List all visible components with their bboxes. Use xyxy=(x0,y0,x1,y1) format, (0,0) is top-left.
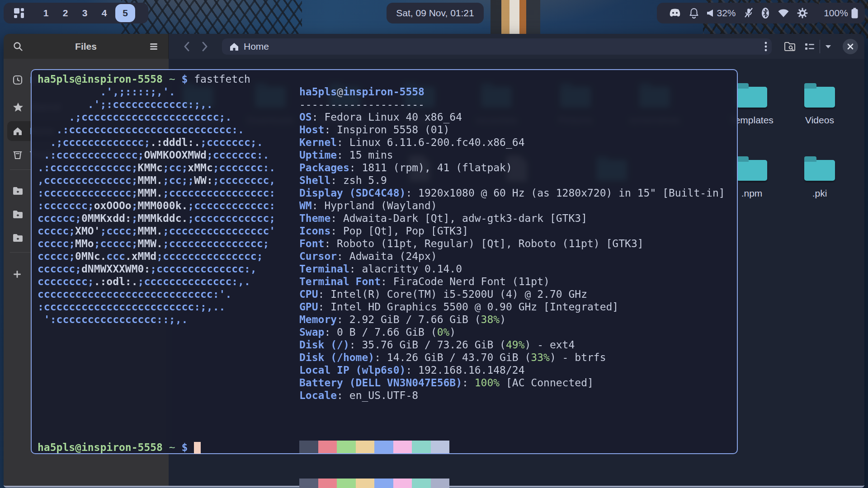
plus-icon xyxy=(13,270,22,279)
palette-swatch xyxy=(337,479,356,488)
hamburger-icon xyxy=(149,42,158,51)
workspaces-pill: 1 2 3 4 5 xyxy=(4,3,148,23)
launch-tower-silhouette xyxy=(121,0,302,38)
folder-icon xyxy=(13,210,23,219)
rocket-silhouette xyxy=(491,0,540,35)
close-window-button[interactable] xyxy=(843,39,858,54)
clock-icon xyxy=(13,75,23,85)
bluetooth-icon[interactable] xyxy=(761,7,769,19)
palette-swatch xyxy=(337,441,356,453)
forward-button[interactable] xyxy=(196,38,214,55)
back-button[interactable] xyxy=(178,38,196,55)
palette-swatch xyxy=(431,441,450,453)
folder-icon xyxy=(13,187,23,195)
palette-swatch xyxy=(412,441,431,453)
search-icon xyxy=(13,42,23,52)
file-item[interactable]: .pki xyxy=(786,155,854,199)
list-view-icon xyxy=(804,42,815,51)
palette-swatch xyxy=(374,441,393,453)
system-tray: 32% xyxy=(657,3,821,23)
workspace-4[interactable]: 4 xyxy=(94,8,114,19)
close-icon xyxy=(847,43,854,50)
app-title: Files xyxy=(26,41,146,52)
search-button[interactable] xyxy=(10,38,26,55)
folder-icon xyxy=(804,160,835,181)
volume-icon[interactable] xyxy=(707,9,714,17)
terminal-prompt-line: ha5pls@inspiron-5558 ~ $ fastfetch xyxy=(38,73,250,85)
button-separator xyxy=(820,40,820,53)
wifi-icon[interactable] xyxy=(778,8,789,18)
palette-swatch xyxy=(356,441,375,453)
palette-swatch xyxy=(374,479,393,488)
terminal-cursor xyxy=(194,442,201,454)
settings-gear-icon[interactable] xyxy=(797,8,808,19)
breadcrumb[interactable]: Home xyxy=(222,38,772,55)
palette-row-normal xyxy=(299,441,449,453)
hamburger-menu-button[interactable] xyxy=(146,38,162,55)
palette-swatch xyxy=(412,479,431,488)
palette-swatch xyxy=(299,479,318,488)
folder-icon xyxy=(736,160,767,181)
main-header: Home xyxy=(169,34,864,59)
kebab-menu-icon[interactable] xyxy=(764,41,767,52)
file-label: Videos xyxy=(805,115,834,126)
clock[interactable]: Sat, 09 Nov, 01:21 xyxy=(387,3,484,23)
palette-swatch xyxy=(299,441,318,453)
files-headerbar: Files Home xyxy=(4,34,864,59)
folder-icon xyxy=(13,234,23,242)
breadcrumb-location: Home xyxy=(244,41,764,52)
palette-swatch xyxy=(393,441,412,453)
fastfetch-ascii-logo: .',;::::;,'. .';:cccccccccccc:;,. .;cccc… xyxy=(38,85,275,326)
terminal-prompt-line-2: ha5pls@inspiron-5558 ~ $ xyxy=(38,441,188,454)
palette-swatch xyxy=(431,479,450,488)
palette-swatch xyxy=(356,479,375,488)
house-icon xyxy=(13,126,23,136)
terminal-color-palette xyxy=(299,415,449,488)
volume-level: 32% xyxy=(717,8,736,19)
palette-row-bright xyxy=(299,479,449,488)
fastfetch-info: ha5pls@inspiron-5558--------------------… xyxy=(299,85,725,402)
file-label: .npm xyxy=(741,188,763,199)
file-item[interactable]: Videos xyxy=(786,82,854,126)
sidebar-header: Files xyxy=(4,34,169,59)
palette-swatch xyxy=(393,479,412,488)
discord-icon[interactable] xyxy=(669,9,681,18)
app-grid-icon[interactable] xyxy=(14,8,24,19)
home-icon xyxy=(229,42,239,52)
microphone-muted-icon[interactable] xyxy=(744,8,754,19)
battery-percent: 100% xyxy=(824,8,848,19)
terminal-window[interactable]: ha5pls@inspiron-5558 ~ $ fastfetch .',;:… xyxy=(31,69,738,454)
palette-swatch xyxy=(318,479,337,488)
star-icon xyxy=(13,102,24,112)
folder-icon xyxy=(804,87,835,108)
notifications-bell-icon[interactable] xyxy=(689,8,699,19)
chevron-down-icon[interactable] xyxy=(825,44,832,49)
battery-indicator[interactable]: 100% xyxy=(817,3,865,23)
workspace-1[interactable]: 1 xyxy=(36,8,56,19)
trash-icon xyxy=(13,150,23,160)
folder-icon xyxy=(736,87,767,108)
palette-swatch xyxy=(318,441,337,453)
workspace-5-active[interactable]: 5 xyxy=(115,4,135,22)
view-toggle-split-button[interactable] xyxy=(804,38,832,55)
folder-search-icon xyxy=(784,42,796,52)
search-folder-button[interactable] xyxy=(782,38,798,55)
file-label: .pki xyxy=(812,188,827,199)
workspace-3[interactable]: 3 xyxy=(75,8,94,19)
workspace-2[interactable]: 2 xyxy=(56,8,75,19)
battery-icon xyxy=(851,8,858,19)
